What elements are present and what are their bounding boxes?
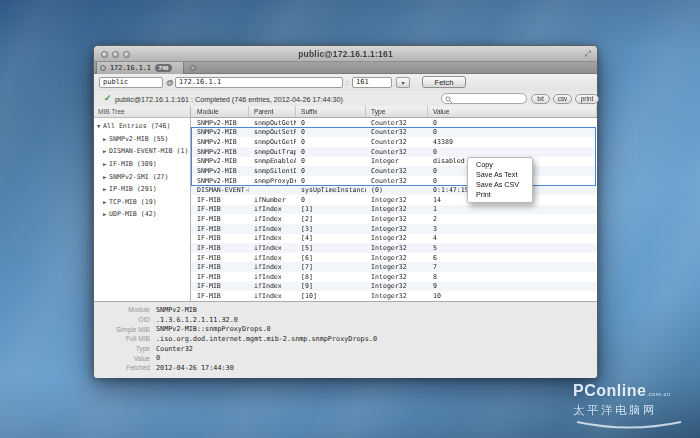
table-cell: Counter32 — [366, 138, 428, 146]
table-cell: Integer32 — [366, 263, 428, 271]
table-header-row[interactable]: ModuleParentSuffixTypeValue — [191, 106, 597, 118]
port-input[interactable] — [352, 77, 392, 88]
table-row[interactable]: SNMPv2-MIBsnmpProxyDro..0Counter320 — [191, 176, 597, 186]
table-row[interactable]: IF-MIBifIndex[3]Integer323 — [191, 224, 597, 234]
table-cell: Counter32 — [366, 177, 428, 185]
sidebar-item-snmpv2-mib[interactable]: ▶SNMPv2-MIB (55) — [94, 133, 190, 146]
table-row[interactable]: IF-MIBifIndex[10]Integer3210 — [191, 291, 597, 301]
detail-row: TypeCounter32 — [94, 344, 597, 354]
chevron-down-icon: ▾ — [401, 80, 404, 86]
table-row[interactable]: IF-MIBifIndex[7]Integer327 — [191, 262, 597, 272]
port-dropdown-button[interactable]: ▾ — [396, 77, 410, 88]
table-cell: Integer32 — [366, 273, 428, 281]
table-cell: Integer32 — [366, 215, 428, 223]
table-cell: Integer32 — [366, 225, 428, 233]
table-cell: Integer32 — [366, 205, 428, 213]
sidebar-item-snmpv2-smi[interactable]: ▶SNMPv2-SMI (27) — [94, 170, 190, 183]
column-header-suffix[interactable]: Suffix — [296, 106, 366, 117]
detail-row: Fetched2012-04-26 17:44:30 — [94, 363, 597, 373]
detail-row: ModuleSNMPv2-MIB — [94, 305, 597, 315]
table-cell: [5] — [296, 244, 366, 252]
fetch-button[interactable]: Fetch — [422, 76, 466, 88]
table-row[interactable]: IF-MIBifIndex[1]Integer321 — [191, 205, 597, 215]
table-row[interactable]: IF-MIBifIndex[9]Integer329 — [191, 282, 597, 292]
table-cell: ifIndex — [249, 292, 296, 300]
save-txt-button[interactable]: txt — [531, 94, 550, 104]
print-button[interactable]: print — [575, 94, 599, 104]
colon-label: : — [346, 78, 348, 87]
sidebar-item-if-mib[interactable]: ▶IF-MIB (309) — [94, 158, 190, 171]
table-cell: ifIndex — [249, 282, 296, 290]
sidebar-item-tcp-mib[interactable]: ▶TCP-MIB (19) — [94, 196, 190, 209]
table-row[interactable]: IF-MIBifIndex[6]Integer326 — [191, 253, 597, 263]
table-cell: 43389 — [428, 138, 597, 146]
sidebar-item-all[interactable]: ▼All Entries (746) — [94, 120, 190, 133]
title-bar[interactable]: public@172.16.1.1:161 ⤢ — [94, 46, 597, 62]
sidebar-item-label: All Entries (746) — [103, 122, 171, 130]
sidebar-item-ip-mib[interactable]: ▶IP-MIB (291) — [94, 183, 190, 196]
details-panel: ModuleSNMPv2-MIBOID.1.3.6.1.2.1.11.32.0S… — [94, 301, 597, 378]
watermark-brand: PConline.com.cn — [573, 383, 695, 402]
tab-host[interactable]: 172.16.1.1 746 — [96, 62, 184, 74]
table-row[interactable]: IF-MIBifNumber0Integer3214 — [191, 195, 597, 205]
watermark-curve — [573, 420, 685, 432]
table-cell: 8 — [428, 273, 597, 281]
context-menu-item-save-as-text[interactable]: Save As Text — [468, 170, 532, 180]
table-cell: ifIndex — [249, 244, 296, 252]
table-row[interactable]: SNMPv2-MIBsnmpOutGetRe..0Counter3243389 — [191, 137, 597, 147]
table-cell: [2] — [296, 215, 366, 223]
column-header-parent[interactable]: Parent — [249, 106, 296, 117]
context-menu: CopySave As TextSave As CSVPrint — [467, 157, 533, 203]
context-menu-item-copy[interactable]: Copy — [468, 160, 532, 170]
fullscreen-arrows-icon[interactable]: ⤢ — [585, 49, 591, 59]
table-row[interactable]: SNMPv2-MIBsnmpOutGetNe..0Counter320 — [191, 118, 597, 128]
table-cell: ifIndex — [249, 254, 296, 262]
detail-value: SNMPv2-MIB — [156, 306, 197, 314]
table-row[interactable]: SNMPv2-MIBsnmpSilentDr..0Counter320 — [191, 166, 597, 176]
table-row[interactable]: SNMPv2-MIBsnmpOutTraps0Counter320 — [191, 147, 597, 157]
table-cell: Integer32 — [366, 196, 428, 204]
detail-label-oid: OID — [94, 316, 156, 323]
save-csv-button[interactable]: csv — [553, 94, 572, 104]
community-input[interactable] — [99, 77, 163, 88]
table-cell: 7 — [428, 263, 597, 271]
detail-value: 2012-04-26 17:44:30 — [156, 364, 234, 372]
table-row[interactable]: DISMAN-EVENT-MIBsysUpTimeInstance(0)0:1:… — [191, 185, 597, 195]
tab-close-icon[interactable] — [100, 65, 106, 71]
table-cell: ifIndex — [249, 273, 296, 281]
table-body: SNMPv2-MIBsnmpOutGetNe..0Counter320SNMPv… — [191, 118, 597, 301]
pconline-watermark: PConline.com.cn 太平洋电脑网 — [573, 383, 695, 436]
table-cell: 0 — [296, 148, 366, 156]
table-row[interactable]: SNMPv2-MIBsnmpEnableAu..0Integerdisabled — [191, 157, 597, 167]
table-cell: ifIndex — [249, 225, 296, 233]
context-menu-item-save-as-csv[interactable]: Save As CSV — [468, 180, 532, 190]
table-row[interactable]: IF-MIBifIndex[2]Integer322 — [191, 214, 597, 224]
add-tab-button[interactable] — [190, 65, 196, 71]
table-cell: 0 — [296, 138, 366, 146]
context-menu-item-print[interactable]: Print — [468, 190, 532, 200]
column-header-module[interactable]: Module — [191, 106, 249, 117]
table-cell: 3 — [428, 225, 597, 233]
table-row[interactable]: IF-MIBifIndex[4]Integer324 — [191, 234, 597, 244]
search-input[interactable] — [441, 93, 527, 104]
table-cell: 0 — [428, 128, 597, 136]
sidebar-item-label: IP-MIB (291) — [109, 185, 157, 193]
column-header-type[interactable]: Type — [366, 106, 428, 117]
sidebar-item-label: SNMPv2-SMI (27) — [109, 173, 169, 181]
host-input[interactable] — [175, 77, 343, 88]
table-row[interactable]: IF-MIBifIndex[5]Integer325 — [191, 243, 597, 253]
detail-row: Full MIB.iso.org.dod.internet.mgmt.mib-2… — [94, 334, 597, 344]
table-row[interactable]: IF-MIBifIndex[8]Integer328 — [191, 272, 597, 282]
table-row[interactable]: SNMPv2-MIBsnmpOutSetRe..0Counter320 — [191, 128, 597, 138]
table-cell: 0 — [296, 128, 366, 136]
table-cell: IF-MIB — [191, 196, 249, 204]
table-cell: SNMPv2-MIB — [191, 138, 249, 146]
table-cell: IF-MIB — [191, 282, 249, 290]
table-cell: Integer32 — [366, 254, 428, 262]
sidebar-item-udp-mib[interactable]: ▶UDP-MIB (42) — [94, 208, 190, 221]
column-header-value[interactable]: Value — [428, 106, 597, 117]
detail-row: Simple MIBSNMPv2-MIB::snmpProxyDrops.0 — [94, 324, 597, 334]
sidebar-item-disman-event-mib[interactable]: ▶DISMAN-EVENT-MIB (1) — [94, 145, 190, 158]
mib-tree-list: ▼All Entries (746)▶SNMPv2-MIB (55)▶DISMA… — [94, 118, 190, 221]
table-cell: [1] — [296, 205, 366, 213]
